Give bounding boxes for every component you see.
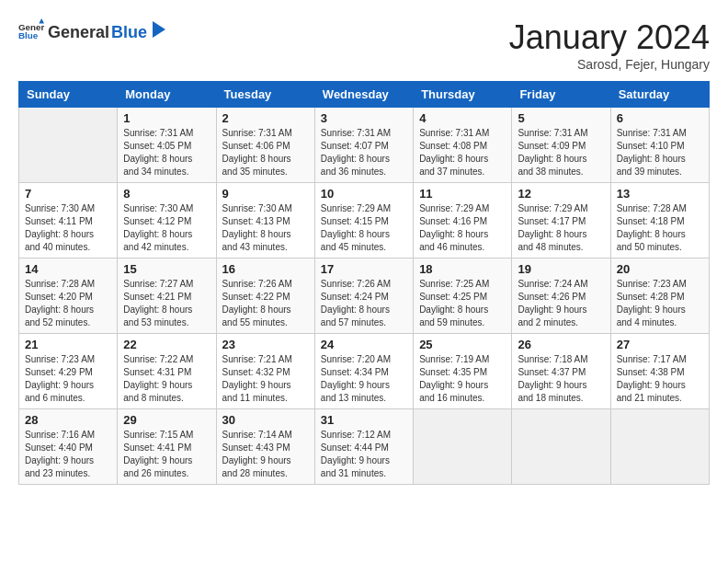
calendar-cell xyxy=(512,409,610,485)
day-info: Sunrise: 7:30 AMSunset: 4:13 PMDaylight:… xyxy=(222,202,309,254)
day-info: Sunrise: 7:23 AMSunset: 4:29 PMDaylight:… xyxy=(25,353,111,405)
calendar-cell: 18Sunrise: 7:25 AMSunset: 4:25 PMDayligh… xyxy=(414,259,512,334)
header-cell-tuesday: Tuesday xyxy=(216,82,314,108)
day-number: 22 xyxy=(123,338,210,351)
day-number: 28 xyxy=(25,413,111,427)
day-info: Sunrise: 7:31 AMSunset: 4:05 PMDaylight:… xyxy=(123,127,210,178)
calendar-cell: 19Sunrise: 7:24 AMSunset: 4:26 PMDayligh… xyxy=(512,259,610,334)
calendar-cell: 25Sunrise: 7:19 AMSunset: 4:35 PMDayligh… xyxy=(414,334,512,409)
calendar-week-5: 28Sunrise: 7:16 AMSunset: 4:40 PMDayligh… xyxy=(19,409,710,485)
day-number: 12 xyxy=(518,187,604,201)
day-number: 11 xyxy=(419,187,506,201)
day-info: Sunrise: 7:17 AMSunset: 4:38 PMDaylight:… xyxy=(617,353,703,405)
calendar-cell: 14Sunrise: 7:28 AMSunset: 4:20 PMDayligh… xyxy=(19,259,118,334)
day-info: Sunrise: 7:12 AMSunset: 4:44 PMDaylight:… xyxy=(321,429,407,480)
day-info: Sunrise: 7:29 AMSunset: 4:15 PMDaylight:… xyxy=(321,202,407,254)
calendar-cell: 4Sunrise: 7:31 AMSunset: 4:08 PMDaylight… xyxy=(414,108,512,183)
header-cell-saturday: Saturday xyxy=(610,82,709,108)
calendar-cell: 28Sunrise: 7:16 AMSunset: 4:40 PMDayligh… xyxy=(19,409,118,485)
logo-arrow-icon xyxy=(149,21,165,38)
day-number: 7 xyxy=(25,187,111,201)
logo-blue-text: Blue xyxy=(111,23,147,42)
calendar-cell xyxy=(414,409,512,485)
calendar-header: SundayMondayTuesdayWednesdayThursdayFrid… xyxy=(19,82,710,108)
logo-icon: General Blue xyxy=(18,18,44,44)
header-cell-sunday: Sunday xyxy=(19,82,118,108)
day-info: Sunrise: 7:26 AMSunset: 4:24 PMDaylight:… xyxy=(321,278,407,329)
calendar-week-4: 21Sunrise: 7:23 AMSunset: 4:29 PMDayligh… xyxy=(19,334,710,409)
calendar-cell: 13Sunrise: 7:28 AMSunset: 4:18 PMDayligh… xyxy=(610,183,709,259)
day-number: 18 xyxy=(419,262,506,276)
day-info: Sunrise: 7:31 AMSunset: 4:10 PMDaylight:… xyxy=(617,127,703,178)
day-number: 30 xyxy=(222,413,309,427)
calendar-cell: 10Sunrise: 7:29 AMSunset: 4:15 PMDayligh… xyxy=(314,183,413,259)
day-number: 4 xyxy=(419,111,506,125)
day-number: 16 xyxy=(222,262,309,276)
day-number: 5 xyxy=(518,111,604,125)
calendar-week-1: 1Sunrise: 7:31 AMSunset: 4:05 PMDaylight… xyxy=(19,108,710,183)
day-info: Sunrise: 7:30 AMSunset: 4:11 PMDaylight:… xyxy=(25,202,111,254)
day-info: Sunrise: 7:31 AMSunset: 4:06 PMDaylight:… xyxy=(222,127,309,178)
day-info: Sunrise: 7:18 AMSunset: 4:37 PMDaylight:… xyxy=(518,353,604,405)
day-number: 21 xyxy=(25,338,111,351)
header-row: SundayMondayTuesdayWednesdayThursdayFrid… xyxy=(19,82,710,108)
day-number: 17 xyxy=(321,262,407,276)
calendar-cell: 20Sunrise: 7:23 AMSunset: 4:28 PMDayligh… xyxy=(610,259,709,334)
day-info: Sunrise: 7:24 AMSunset: 4:26 PMDaylight:… xyxy=(518,278,604,329)
header-cell-monday: Monday xyxy=(118,82,216,108)
calendar-cell: 1Sunrise: 7:31 AMSunset: 4:05 PMDaylight… xyxy=(118,108,216,183)
day-info: Sunrise: 7:27 AMSunset: 4:21 PMDaylight:… xyxy=(123,278,210,329)
day-info: Sunrise: 7:15 AMSunset: 4:41 PMDaylight:… xyxy=(123,429,210,480)
calendar-cell: 27Sunrise: 7:17 AMSunset: 4:38 PMDayligh… xyxy=(610,334,709,409)
day-info: Sunrise: 7:22 AMSunset: 4:31 PMDaylight:… xyxy=(123,353,210,405)
day-number: 9 xyxy=(222,187,309,201)
title-section: January 2024 Sarosd, Fejer, Hungary xyxy=(509,18,710,72)
day-info: Sunrise: 7:31 AMSunset: 4:07 PMDaylight:… xyxy=(321,127,407,178)
day-number: 15 xyxy=(123,262,210,276)
day-info: Sunrise: 7:20 AMSunset: 4:34 PMDaylight:… xyxy=(321,353,407,405)
day-number: 31 xyxy=(321,413,407,427)
day-info: Sunrise: 7:31 AMSunset: 4:08 PMDaylight:… xyxy=(419,127,506,178)
calendar-cell: 23Sunrise: 7:21 AMSunset: 4:32 PMDayligh… xyxy=(216,334,314,409)
day-number: 1 xyxy=(123,111,210,125)
day-number: 25 xyxy=(419,338,506,351)
day-info: Sunrise: 7:28 AMSunset: 4:18 PMDaylight:… xyxy=(617,202,703,254)
day-number: 13 xyxy=(617,187,703,201)
day-info: Sunrise: 7:23 AMSunset: 4:28 PMDaylight:… xyxy=(617,278,703,329)
day-info: Sunrise: 7:14 AMSunset: 4:43 PMDaylight:… xyxy=(222,429,309,480)
calendar-table: SundayMondayTuesdayWednesdayThursdayFrid… xyxy=(18,81,710,485)
day-info: Sunrise: 7:31 AMSunset: 4:09 PMDaylight:… xyxy=(518,127,604,178)
month-year-title: January 2024 xyxy=(509,18,710,57)
header-cell-friday: Friday xyxy=(512,82,610,108)
day-number: 10 xyxy=(321,187,407,201)
header-cell-wednesday: Wednesday xyxy=(314,82,413,108)
day-info: Sunrise: 7:28 AMSunset: 4:20 PMDaylight:… xyxy=(25,278,111,329)
header-cell-thursday: Thursday xyxy=(414,82,512,108)
location-subtitle: Sarosd, Fejer, Hungary xyxy=(509,57,710,72)
calendar-cell: 15Sunrise: 7:27 AMSunset: 4:21 PMDayligh… xyxy=(118,259,216,334)
day-number: 23 xyxy=(222,338,309,351)
calendar-cell: 3Sunrise: 7:31 AMSunset: 4:07 PMDaylight… xyxy=(314,108,413,183)
svg-marker-2 xyxy=(39,18,44,24)
calendar-cell: 2Sunrise: 7:31 AMSunset: 4:06 PMDaylight… xyxy=(216,108,314,183)
calendar-cell: 11Sunrise: 7:29 AMSunset: 4:16 PMDayligh… xyxy=(414,183,512,259)
calendar-week-3: 14Sunrise: 7:28 AMSunset: 4:20 PMDayligh… xyxy=(19,259,710,334)
day-number: 24 xyxy=(321,338,407,351)
day-info: Sunrise: 7:19 AMSunset: 4:35 PMDaylight:… xyxy=(419,353,506,405)
calendar-cell: 8Sunrise: 7:30 AMSunset: 4:12 PMDaylight… xyxy=(118,183,216,259)
day-number: 27 xyxy=(617,338,703,351)
svg-marker-3 xyxy=(153,21,165,38)
logo: General Blue General Blue xyxy=(18,18,165,44)
calendar-cell: 21Sunrise: 7:23 AMSunset: 4:29 PMDayligh… xyxy=(19,334,118,409)
day-info: Sunrise: 7:29 AMSunset: 4:16 PMDaylight:… xyxy=(419,202,506,254)
calendar-cell: 5Sunrise: 7:31 AMSunset: 4:09 PMDaylight… xyxy=(512,108,610,183)
day-number: 20 xyxy=(617,262,703,276)
day-info: Sunrise: 7:26 AMSunset: 4:22 PMDaylight:… xyxy=(222,278,309,329)
day-number: 14 xyxy=(25,262,111,276)
calendar-cell xyxy=(610,409,709,485)
logo-general-text: General xyxy=(48,23,109,42)
day-info: Sunrise: 7:29 AMSunset: 4:17 PMDaylight:… xyxy=(518,202,604,254)
calendar-cell: 16Sunrise: 7:26 AMSunset: 4:22 PMDayligh… xyxy=(216,259,314,334)
day-number: 6 xyxy=(617,111,703,125)
day-info: Sunrise: 7:30 AMSunset: 4:12 PMDaylight:… xyxy=(123,202,210,254)
